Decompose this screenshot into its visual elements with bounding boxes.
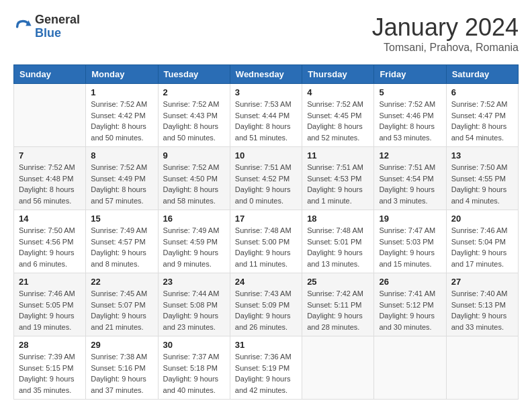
logo-blue: Blue xyxy=(35,27,80,40)
calendar-cell xyxy=(374,336,446,400)
calendar-cell: 29Sunrise: 7:38 AM Sunset: 5:16 PM Dayli… xyxy=(86,336,158,400)
column-header-friday: Friday xyxy=(374,65,446,84)
calendar-cell: 16Sunrise: 7:49 AM Sunset: 4:59 PM Dayli… xyxy=(158,210,230,273)
day-number: 11 xyxy=(307,150,369,161)
calendar-cell xyxy=(302,336,374,400)
column-header-sunday: Sunday xyxy=(14,65,86,84)
calendar-cell: 30Sunrise: 7:37 AM Sunset: 5:18 PM Dayli… xyxy=(158,336,230,400)
column-header-tuesday: Tuesday xyxy=(158,65,230,84)
calendar-cell: 7Sunrise: 7:52 AM Sunset: 4:48 PM Daylig… xyxy=(14,147,86,210)
cell-info: Sunrise: 7:47 AM Sunset: 5:03 PM Dayligh… xyxy=(379,225,441,269)
cell-info: Sunrise: 7:52 AM Sunset: 4:43 PM Dayligh… xyxy=(163,99,225,143)
column-header-wednesday: Wednesday xyxy=(230,65,302,84)
location: Tomsani, Prahova, Romania xyxy=(372,42,519,54)
month-year: January 2024 xyxy=(372,13,519,42)
day-number: 7 xyxy=(19,150,81,161)
day-number: 30 xyxy=(163,340,225,350)
calendar-week-row: 7Sunrise: 7:52 AM Sunset: 4:48 PM Daylig… xyxy=(14,147,519,210)
calendar-cell: 1Sunrise: 7:52 AM Sunset: 4:42 PM Daylig… xyxy=(86,84,158,147)
cell-info: Sunrise: 7:48 AM Sunset: 5:01 PM Dayligh… xyxy=(307,225,369,269)
cell-info: Sunrise: 7:48 AM Sunset: 5:00 PM Dayligh… xyxy=(235,225,297,269)
logo-text: General Blue xyxy=(35,13,80,40)
cell-info: Sunrise: 7:43 AM Sunset: 5:09 PM Dayligh… xyxy=(235,288,297,332)
cell-info: Sunrise: 7:38 AM Sunset: 5:16 PM Dayligh… xyxy=(91,351,152,396)
calendar-cell: 18Sunrise: 7:48 AM Sunset: 5:01 PM Dayli… xyxy=(302,210,374,273)
day-number: 4 xyxy=(307,87,369,97)
logo-icon xyxy=(13,17,32,36)
calendar-cell: 10Sunrise: 7:51 AM Sunset: 4:52 PM Dayli… xyxy=(230,147,302,210)
calendar-cell: 4Sunrise: 7:52 AM Sunset: 4:45 PM Daylig… xyxy=(302,84,374,147)
cell-info: Sunrise: 7:46 AM Sunset: 5:05 PM Dayligh… xyxy=(19,288,81,332)
calendar-cell: 8Sunrise: 7:52 AM Sunset: 4:49 PM Daylig… xyxy=(86,147,158,210)
day-number: 8 xyxy=(91,150,152,161)
day-number: 1 xyxy=(91,87,152,97)
calendar-week-row: 1Sunrise: 7:52 AM Sunset: 4:42 PM Daylig… xyxy=(14,84,519,147)
cell-info: Sunrise: 7:46 AM Sunset: 5:04 PM Dayligh… xyxy=(451,225,513,269)
cell-info: Sunrise: 7:51 AM Sunset: 4:53 PM Dayligh… xyxy=(307,162,369,206)
cell-info: Sunrise: 7:39 AM Sunset: 5:15 PM Dayligh… xyxy=(19,351,81,396)
cell-info: Sunrise: 7:45 AM Sunset: 5:07 PM Dayligh… xyxy=(91,288,152,332)
column-header-saturday: Saturday xyxy=(446,65,518,84)
cell-info: Sunrise: 7:52 AM Sunset: 4:49 PM Dayligh… xyxy=(91,162,152,206)
cell-info: Sunrise: 7:51 AM Sunset: 4:52 PM Dayligh… xyxy=(235,162,297,206)
day-number: 12 xyxy=(379,150,441,161)
calendar-week-row: 28Sunrise: 7:39 AM Sunset: 5:15 PM Dayli… xyxy=(14,336,519,400)
calendar-cell: 23Sunrise: 7:44 AM Sunset: 5:08 PM Dayli… xyxy=(158,273,230,336)
day-number: 14 xyxy=(19,214,81,224)
logo: General Blue xyxy=(13,13,80,40)
cell-info: Sunrise: 7:52 AM Sunset: 4:42 PM Dayligh… xyxy=(91,99,152,143)
logo-general: General xyxy=(35,13,80,27)
day-number: 2 xyxy=(163,87,225,97)
calendar-week-row: 21Sunrise: 7:46 AM Sunset: 5:05 PM Dayli… xyxy=(14,273,519,336)
day-number: 27 xyxy=(451,277,513,287)
calendar-cell: 6Sunrise: 7:52 AM Sunset: 4:47 PM Daylig… xyxy=(446,84,518,147)
calendar-cell: 27Sunrise: 7:40 AM Sunset: 5:13 PM Dayli… xyxy=(446,273,518,336)
day-number: 21 xyxy=(19,277,81,287)
day-number: 9 xyxy=(163,150,225,161)
calendar-table: SundayMondayTuesdayWednesdayThursdayFrid… xyxy=(13,64,519,400)
calendar-cell: 5Sunrise: 7:52 AM Sunset: 4:46 PM Daylig… xyxy=(374,84,446,147)
calendar-cell: 14Sunrise: 7:50 AM Sunset: 4:56 PM Dayli… xyxy=(14,210,86,273)
cell-info: Sunrise: 7:52 AM Sunset: 4:46 PM Dayligh… xyxy=(379,99,441,143)
calendar-cell: 19Sunrise: 7:47 AM Sunset: 5:03 PM Dayli… xyxy=(374,210,446,273)
day-number: 16 xyxy=(163,214,225,224)
day-number: 23 xyxy=(163,277,225,287)
calendar-cell xyxy=(14,84,86,147)
cell-info: Sunrise: 7:40 AM Sunset: 5:13 PM Dayligh… xyxy=(451,288,513,332)
day-number: 6 xyxy=(451,87,513,97)
column-header-monday: Monday xyxy=(86,65,158,84)
calendar-cell: 11Sunrise: 7:51 AM Sunset: 4:53 PM Dayli… xyxy=(302,147,374,210)
calendar-cell: 20Sunrise: 7:46 AM Sunset: 5:04 PM Dayli… xyxy=(446,210,518,273)
cell-info: Sunrise: 7:42 AM Sunset: 5:11 PM Dayligh… xyxy=(307,288,369,332)
cell-info: Sunrise: 7:36 AM Sunset: 5:19 PM Dayligh… xyxy=(235,351,297,396)
day-number: 17 xyxy=(235,214,297,224)
day-number: 19 xyxy=(379,214,441,224)
calendar-header-row: SundayMondayTuesdayWednesdayThursdayFrid… xyxy=(14,65,519,84)
cell-info: Sunrise: 7:52 AM Sunset: 4:45 PM Dayligh… xyxy=(307,99,369,143)
day-number: 13 xyxy=(451,150,513,161)
cell-info: Sunrise: 7:53 AM Sunset: 4:44 PM Dayligh… xyxy=(235,99,297,143)
day-number: 22 xyxy=(91,277,152,287)
calendar-cell: 24Sunrise: 7:43 AM Sunset: 5:09 PM Dayli… xyxy=(230,273,302,336)
calendar-cell: 25Sunrise: 7:42 AM Sunset: 5:11 PM Dayli… xyxy=(302,273,374,336)
cell-info: Sunrise: 7:51 AM Sunset: 4:54 PM Dayligh… xyxy=(379,162,441,206)
day-number: 3 xyxy=(235,87,297,97)
page-header: General Blue January 2024 Tomsani, Praho… xyxy=(13,13,519,54)
day-number: 15 xyxy=(91,214,152,224)
cell-info: Sunrise: 7:52 AM Sunset: 4:47 PM Dayligh… xyxy=(451,99,513,143)
calendar-cell: 28Sunrise: 7:39 AM Sunset: 5:15 PM Dayli… xyxy=(14,336,86,400)
cell-info: Sunrise: 7:49 AM Sunset: 4:59 PM Dayligh… xyxy=(163,225,225,269)
cell-info: Sunrise: 7:50 AM Sunset: 4:55 PM Dayligh… xyxy=(451,162,513,206)
cell-info: Sunrise: 7:50 AM Sunset: 4:56 PM Dayligh… xyxy=(19,225,81,269)
calendar-cell: 21Sunrise: 7:46 AM Sunset: 5:05 PM Dayli… xyxy=(14,273,86,336)
calendar-cell: 31Sunrise: 7:36 AM Sunset: 5:19 PM Dayli… xyxy=(230,336,302,400)
day-number: 31 xyxy=(235,340,297,350)
day-number: 10 xyxy=(235,150,297,161)
cell-info: Sunrise: 7:44 AM Sunset: 5:08 PM Dayligh… xyxy=(163,288,225,332)
cell-info: Sunrise: 7:41 AM Sunset: 5:12 PM Dayligh… xyxy=(379,288,441,332)
day-number: 18 xyxy=(307,214,369,224)
day-number: 24 xyxy=(235,277,297,287)
cell-info: Sunrise: 7:52 AM Sunset: 4:50 PM Dayligh… xyxy=(163,162,225,206)
day-number: 5 xyxy=(379,87,441,97)
day-number: 26 xyxy=(379,277,441,287)
